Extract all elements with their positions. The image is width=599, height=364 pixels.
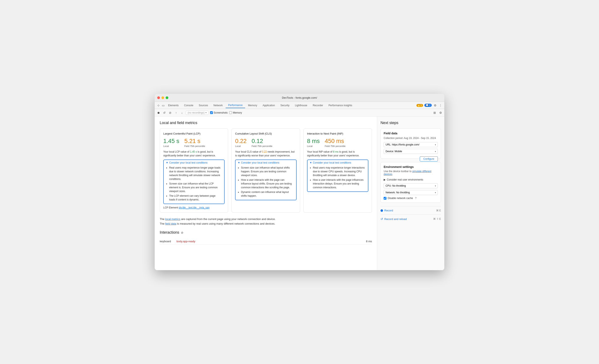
inp-conditions-box[interactable]: ▼ Consider your local test conditions Re… <box>307 160 368 192</box>
cls-conditions-header[interactable]: ▼ Consider your local test conditions <box>238 161 294 164</box>
inp-values: 8 ms Local 450 ms Field 75th percentile <box>307 138 368 147</box>
url-dropdown[interactable]: URL: https://fonts.google.com/ ▾ <box>384 142 438 147</box>
inp-local-label: Local <box>307 145 320 147</box>
record-button[interactable]: Record <box>380 209 393 212</box>
tab-performance-insights[interactable]: Performance insights <box>326 103 355 108</box>
device-dropdown[interactable]: Device: Mobile ▾ <box>384 149 438 154</box>
cls-title: Cumulative Layout Shift (CLS) <box>235 132 296 135</box>
lcp-values: 1.45 s Local 5.21 s Field 75th percentil… <box>163 138 225 147</box>
tab-memory[interactable]: Memory <box>246 103 260 108</box>
screenshots-checkbox-label[interactable]: Screenshots <box>210 111 228 114</box>
tab-recorder[interactable]: Recorder <box>310 103 326 108</box>
lcp-desc-highlight: 1.45 s <box>190 150 197 153</box>
inp-description: Your local INP value of 8 ms is good, bu… <box>307 150 368 157</box>
lcp-field-group: 5.21 s Field 75th percentile <box>184 138 205 147</box>
cls-conditions-list: Screen size can influence what layout sh… <box>238 166 294 198</box>
lcp-description: Your local LCP value of 1.45 s is good, … <box>163 150 225 157</box>
info-text: The local metrics are captured from the … <box>160 217 372 226</box>
cpu-dropdown[interactable]: CPU: No throttling ▾ <box>384 183 438 188</box>
info-badge[interactable]: 💬 2 <box>424 104 432 107</box>
inp-local-value: 8 ms <box>307 138 320 144</box>
more-icon[interactable]: ⋮ <box>439 103 443 107</box>
tab-bar-right: ▲ 1 💬 2 ⚙ ⋮ <box>416 103 443 107</box>
close-button[interactable] <box>157 96 160 99</box>
cls-condition-2: How a user interacts with the page can i… <box>241 178 294 189</box>
tab-console[interactable]: Console <box>182 103 196 108</box>
consider-real-label: Consider real user environments <box>387 178 423 181</box>
settings-icon[interactable]: ⚙ <box>433 103 437 107</box>
lcp-condition-2: Screen size can influence what the LCP e… <box>169 182 222 193</box>
inp-conditions-label: Consider your local test conditions <box>313 161 351 164</box>
lcp-local-label: Local <box>163 145 179 147</box>
record-reload-shortcut: ⌘ ⇧ E <box>433 217 441 220</box>
capture-icon[interactable]: ⊞ <box>432 111 437 115</box>
memory-checkbox-label[interactable]: Memory <box>229 111 242 114</box>
interaction-element[interactable]: body.app-ready <box>176 240 366 243</box>
metrics-grid: Largest Contentful Paint (LCP) 1.45 s Lo… <box>160 128 372 213</box>
reload-icon[interactable]: ↺ <box>162 111 167 115</box>
tab-security[interactable]: Security <box>278 103 292 108</box>
disable-cache-checkbox[interactable] <box>384 197 386 200</box>
tab-performance[interactable]: Performance <box>226 103 245 108</box>
network-chevron: ▾ <box>435 191 436 194</box>
simulate-link[interactable]: simulate different devices <box>384 170 431 176</box>
memory-checkbox[interactable] <box>229 111 232 114</box>
interaction-row: keyboard body.app-ready 8 ms <box>160 238 372 245</box>
record-reload-label: Record and reload <box>384 217 407 221</box>
record-reload-button[interactable]: ↺ Record and reload <box>380 217 407 221</box>
configure-button[interactable]: Configure <box>420 156 438 161</box>
recording-dropdown[interactable]: (no recordings) ▾ <box>186 111 208 115</box>
lcp-condition-1: Real users may experience longer page lo… <box>169 166 222 181</box>
warning-badge[interactable]: ▲ 1 <box>416 104 423 107</box>
record-shortcut: ⌘ E <box>436 209 441 212</box>
tab-network[interactable]: Network <box>211 103 225 108</box>
inp-title: Interaction to Next Paint (INP) <box>307 132 368 135</box>
disable-cache-row: Disable network cache ? <box>384 197 438 200</box>
network-value: Network: No throttling <box>386 191 410 194</box>
toolbar-settings-icon[interactable]: ⚙ <box>439 111 443 115</box>
env-title: Environment settings <box>384 165 438 169</box>
cls-condition-1: Screen size can influence what layout sh… <box>241 166 294 177</box>
download-icon[interactable]: ↓ <box>180 111 184 115</box>
field-data-title: Field data <box>384 132 438 135</box>
tab-sources[interactable]: Sources <box>196 103 211 108</box>
record-start-icon[interactable]: ⏺ <box>156 111 160 115</box>
inspect-icon[interactable]: ⊹ <box>156 103 160 107</box>
upload-icon[interactable]: ↑ <box>174 111 178 115</box>
lcp-conditions-box[interactable]: ▼ Consider your local test conditions Re… <box>163 160 225 204</box>
consider-real-row[interactable]: ▶ Consider real user environments <box>384 178 438 181</box>
field-data-link[interactable]: field data <box>165 222 176 225</box>
network-dropdown[interactable]: Network: No throttling ▾ <box>384 190 438 195</box>
cls-conditions-label: Consider your local test conditions <box>241 161 279 164</box>
inp-desc-highlight: 8 ms <box>333 150 339 153</box>
inp-field-value: 450 ms <box>325 138 345 144</box>
cls-desc-highlight: 0.22 <box>262 150 267 153</box>
tab-lighthouse[interactable]: Lighthouse <box>292 103 310 108</box>
inp-field-group: 450 ms Field 75th percentile <box>325 138 345 147</box>
screenshots-checkbox[interactable] <box>210 111 213 114</box>
interaction-value: 8 ms <box>366 240 372 243</box>
url-value: URL: https://fonts.google.com/ <box>386 143 419 146</box>
device-icon[interactable]: ▭ <box>161 103 165 107</box>
maximize-button[interactable] <box>166 96 168 99</box>
window-title: DevTools - fonts.google.com/ <box>282 96 317 99</box>
cpu-chevron: ▾ <box>435 185 436 187</box>
cls-conditions-box[interactable]: ▼ Consider your local test conditions Sc… <box>235 160 296 200</box>
lcp-conditions-header[interactable]: ▼ Consider your local test conditions <box>166 161 222 164</box>
inp-conditions-header[interactable]: ▼ Consider your local test conditions <box>309 161 366 164</box>
lcp-local-group: 1.45 s Local <box>163 138 179 147</box>
dropdown-chevron: ▾ <box>205 111 207 114</box>
cls-local-group: 0.22 Local <box>235 138 247 147</box>
clear-icon[interactable]: ⊘ <box>168 111 172 115</box>
inp-card: Interaction to Next Paint (INP) 8 ms Loc… <box>303 128 372 213</box>
local-metrics-link[interactable]: local metrics <box>165 217 180 221</box>
cls-condition-3: Dynamic content can influence what layou… <box>241 190 294 198</box>
screenshots-label: Screenshots <box>214 111 228 114</box>
lcp-element-value[interactable]: div.tile__text.tile__inria_san <box>179 206 210 209</box>
inp-condition-1: Real users may experience longer interac… <box>313 166 366 177</box>
help-icon[interactable]: ? <box>415 197 417 200</box>
tab-application[interactable]: Application <box>260 103 277 108</box>
next-steps-title: Next steps <box>380 121 441 125</box>
tab-elements[interactable]: Elements <box>166 103 181 108</box>
minimize-button[interactable] <box>161 96 164 99</box>
